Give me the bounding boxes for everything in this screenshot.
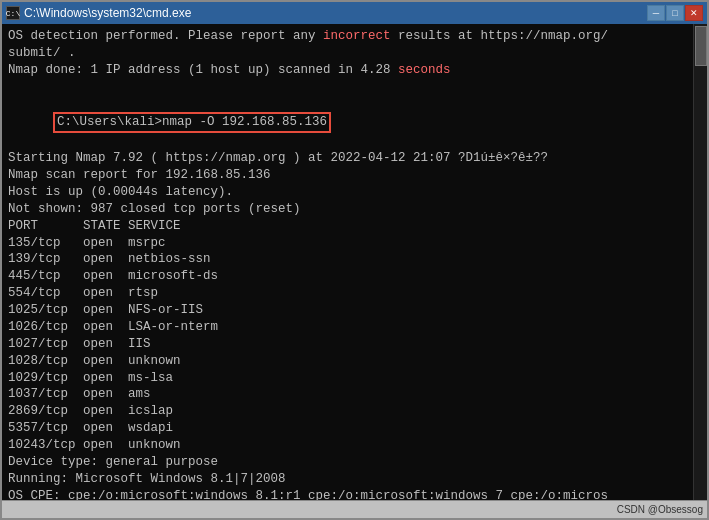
terminal-line: Nmap scan report for 192.168.85.136 bbox=[8, 167, 701, 184]
maximize-button[interactable]: □ bbox=[666, 5, 684, 21]
terminal-line: Not shown: 987 closed tcp ports (reset) bbox=[8, 201, 701, 218]
terminal-line: 445/tcp open microsoft-ds bbox=[8, 268, 701, 285]
titlebar: C:\ C:\Windows\system32\cmd.exe ─ □ ✕ bbox=[2, 2, 707, 24]
terminal-line: 1037/tcp open ams bbox=[8, 386, 701, 403]
cmd-window: C:\ C:\Windows\system32\cmd.exe ─ □ ✕ OS… bbox=[0, 0, 709, 520]
terminal-line: OS detection performed. Please report an… bbox=[8, 28, 701, 45]
terminal-line bbox=[8, 79, 701, 96]
terminal-line: Starting Nmap 7.92 ( https://nmap.org ) … bbox=[8, 150, 701, 167]
scrollbar[interactable] bbox=[693, 24, 707, 500]
footer-bar: CSDN @Obsessog bbox=[2, 500, 707, 518]
terminal-area[interactable]: OS detection performed. Please report an… bbox=[2, 24, 707, 500]
terminal-line: 1027/tcp open IIS bbox=[8, 336, 701, 353]
terminal-line: 1028/tcp open unknown bbox=[8, 353, 701, 370]
scrollbar-thumb[interactable] bbox=[695, 26, 707, 66]
terminal-line: 554/tcp open rtsp bbox=[8, 285, 701, 302]
terminal-line: Nmap done: 1 IP address (1 host up) scan… bbox=[8, 62, 701, 79]
terminal-line: 1025/tcp open NFS-or-IIS bbox=[8, 302, 701, 319]
cmd-icon: C:\ bbox=[6, 6, 20, 20]
terminal-line: PORT STATE SERVICE bbox=[8, 218, 701, 235]
titlebar-controls: ─ □ ✕ bbox=[647, 5, 703, 21]
terminal-line: 10243/tcp open unknown bbox=[8, 437, 701, 454]
terminal-line: Running: Microsoft Windows 8.1|7|2008 bbox=[8, 471, 701, 488]
terminal-line: Host is up (0.00044s latency). bbox=[8, 184, 701, 201]
terminal-line: submit/ . bbox=[8, 45, 701, 62]
terminal-line: Device type: general purpose bbox=[8, 454, 701, 471]
terminal-line: 5357/tcp open wsdapi bbox=[8, 420, 701, 437]
terminal-line: 135/tcp open msrpc bbox=[8, 235, 701, 252]
footer-text: CSDN @Obsessog bbox=[617, 504, 703, 515]
terminal-line: 1029/tcp open ms-lsa bbox=[8, 370, 701, 387]
terminal-line: 1026/tcp open LSA-or-nterm bbox=[8, 319, 701, 336]
terminal-line: OS CPE: cpe:/o:microsoft:windows_8.1:r1 … bbox=[8, 488, 701, 500]
titlebar-title: C:\Windows\system32\cmd.exe bbox=[24, 6, 191, 20]
titlebar-left: C:\ C:\Windows\system32\cmd.exe bbox=[6, 6, 191, 20]
minimize-button[interactable]: ─ bbox=[647, 5, 665, 21]
terminal-line: 2869/tcp open icslap bbox=[8, 403, 701, 420]
close-button[interactable]: ✕ bbox=[685, 5, 703, 21]
command-line: C:\Users\kali>nmap -O 192.168.85.136 bbox=[8, 96, 701, 151]
terminal-line: 139/tcp open netbios-ssn bbox=[8, 251, 701, 268]
